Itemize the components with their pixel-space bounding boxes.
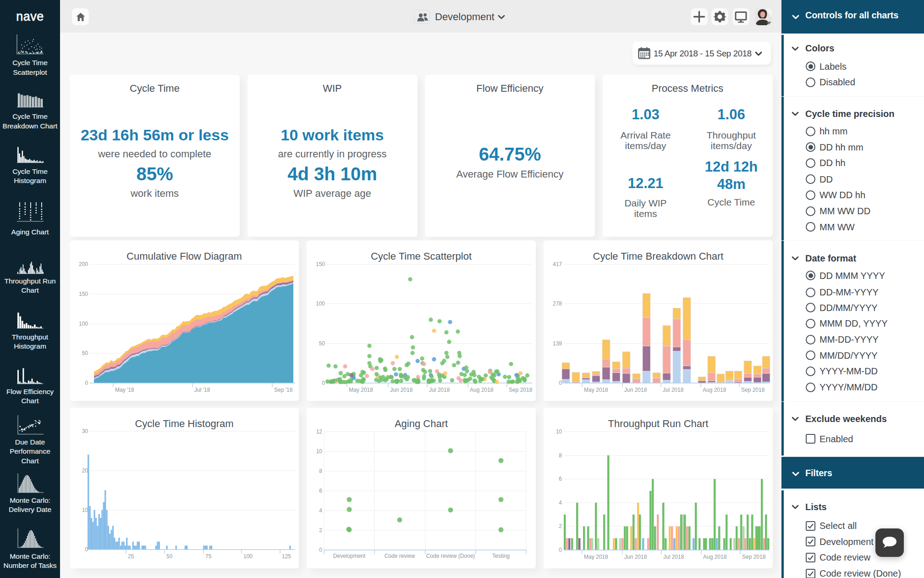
svg-text:10: 10 [316,448,323,455]
svg-text:25: 25 [128,553,134,560]
svg-text:Sep '18: Sep '18 [274,387,293,393]
svg-text:0: 0 [322,380,325,386]
svg-text:4: 4 [559,500,562,506]
svg-text:100: 100 [243,553,253,560]
svg-text:May 2018: May 2018 [349,387,373,393]
svg-text:417: 417 [553,261,562,267]
svg-text:100: 100 [79,321,88,327]
svg-text:75: 75 [205,553,212,560]
svg-text:150: 150 [316,261,325,267]
svg-text:Jul 2018: Jul 2018 [663,387,684,393]
svg-text:May 2018: May 2018 [584,554,608,560]
svg-text:2: 2 [319,527,322,534]
svg-text:Jul 2018: Jul 2018 [429,387,450,393]
svg-text:May '18: May '18 [115,387,134,393]
svg-text:Jul '18: Jul '18 [194,387,210,393]
svg-text:0: 0 [559,547,562,553]
svg-text:Aug 2018: Aug 2018 [470,387,494,393]
svg-text:Jul 2018: Jul 2018 [663,554,684,560]
svg-text:Aug 2018: Aug 2018 [703,387,726,393]
svg-text:0: 0 [85,380,88,386]
svg-text:0: 0 [319,547,322,553]
svg-text:30: 30 [82,428,88,434]
svg-text:8: 8 [559,452,562,459]
svg-text:Code review (Done): Code review (Done) [426,553,475,559]
svg-text:139: 139 [553,340,562,347]
svg-text:Testing: Testing [492,553,510,559]
svg-text:4: 4 [319,507,322,514]
svg-text:0: 0 [559,380,562,386]
svg-text:Jun 2018: Jun 2018 [624,387,647,393]
svg-text:20: 20 [82,467,88,474]
svg-text:May 2018: May 2018 [584,387,608,393]
svg-text:Sep 2018: Sep 2018 [741,387,765,393]
svg-text:Sep 2018: Sep 2018 [742,554,766,560]
svg-text:278: 278 [553,300,562,307]
svg-text:8: 8 [319,468,322,474]
svg-text:50: 50 [319,340,325,347]
svg-text:100: 100 [316,300,325,307]
svg-text:Aug 2018: Aug 2018 [703,554,727,560]
svg-text:200: 200 [79,261,88,267]
svg-text:Sep 2018: Sep 2018 [509,387,533,393]
svg-text:125: 125 [282,553,291,560]
svg-text:12: 12 [316,428,323,435]
svg-text:50: 50 [82,350,88,356]
svg-text:Development: Development [333,553,366,559]
svg-text:Jun 2018: Jun 2018 [624,554,647,560]
svg-text:6: 6 [559,476,562,482]
svg-text:10: 10 [82,507,88,513]
svg-text:Jun 2018: Jun 2018 [390,387,413,393]
svg-text:2: 2 [559,523,562,529]
svg-text:6: 6 [319,488,322,494]
svg-text:150: 150 [79,291,88,297]
svg-text:10: 10 [556,428,562,435]
svg-text:Code review: Code review [385,553,415,559]
svg-text:50: 50 [166,553,173,560]
